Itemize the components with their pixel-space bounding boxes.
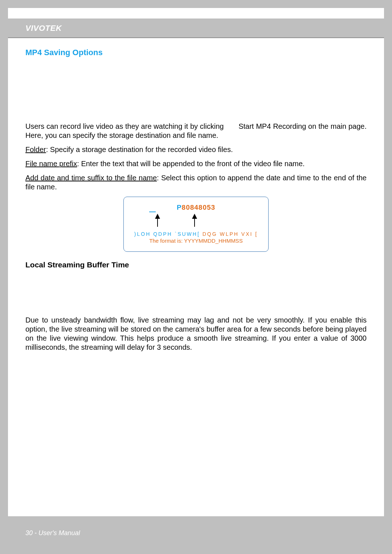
mp4-folder: Folder: Specify a storage destination fo… xyxy=(25,145,367,154)
filename-diagram: P80848053 )LOH QDPH `SUWH[ DQG WLPH VXI … xyxy=(123,197,269,252)
diagram-wrap: P80848053 )LOH QDPH `SUWH[ DQG WLPH VXI … xyxy=(25,197,367,252)
mp4-intro-a: Users can record live video as they are … xyxy=(25,122,224,130)
diagram-code-prefix: P xyxy=(177,204,182,211)
header-band: VIVOTEK xyxy=(8,19,384,38)
diagram-code: P80848053 xyxy=(177,204,215,212)
suffix-label: Add date and time suffix to the file nam… xyxy=(25,174,157,182)
diagram-line1-blue: )LOH QDPH `SUWH[ xyxy=(134,231,200,237)
section-title-buffer: Local Streaming Buffer Time xyxy=(25,260,367,269)
mp4-intro: Users can record live video as they are … xyxy=(25,122,367,140)
prefix-label: File name prefix xyxy=(25,160,77,168)
brand-label: VIVOTEK xyxy=(25,24,62,33)
diagram-line1: )LOH QDPH `SUWH[ DQG WLPH VXI [ xyxy=(124,231,268,237)
content-area: MP4 Saving Options Users can record live… xyxy=(25,44,367,357)
page: VIVOTEK MP4 Saving Options Users can rec… xyxy=(8,8,384,546)
mp4-prefix: File name prefix: Enter the text that wi… xyxy=(25,159,367,168)
arrow-up-icon xyxy=(194,214,195,227)
section-title-mp4: MP4 Saving Options xyxy=(25,48,367,57)
folder-label: Folder xyxy=(25,145,46,153)
spacer xyxy=(25,64,367,122)
diagram-line1-orange: DQG WLPH VXI [ xyxy=(203,231,258,237)
footer-band: 30 - User's Manual xyxy=(8,516,384,546)
footer-page-label: 30 - User's Manual xyxy=(25,529,80,537)
folder-text: : Specify a storage destination for the … xyxy=(46,145,233,153)
mp4-suffix: Add date and time suffix to the file nam… xyxy=(25,173,367,192)
prefix-text: : Enter the text that will be appended t… xyxy=(77,160,305,168)
spacer xyxy=(25,276,367,316)
diagram-code-rest: 80848053 xyxy=(182,204,216,211)
diagram-line2: The format is: YYYYMMDD_HHMMSS xyxy=(124,238,268,244)
arrow-up-icon xyxy=(157,214,158,227)
buffer-body: Due to unsteady bandwidth flow, live str… xyxy=(25,316,367,352)
diagram-underline xyxy=(149,212,156,212)
